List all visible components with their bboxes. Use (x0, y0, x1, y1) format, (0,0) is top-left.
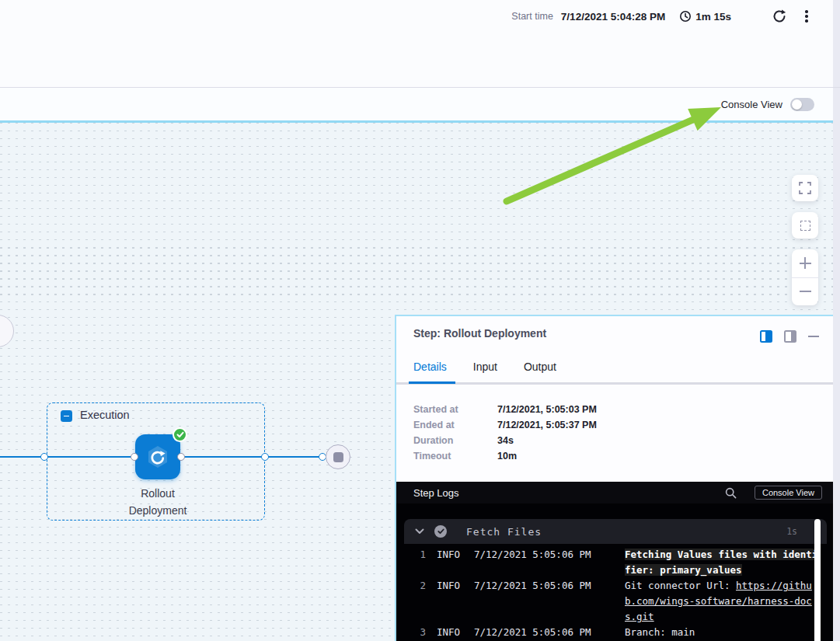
chevron-down-icon[interactable] (415, 528, 424, 535)
log-line: 3 INFO 7/12/2021 5:05:06 PM Branch: main (404, 625, 827, 640)
log-console: Fetch Files 1s 1 INFO 7/12/2021 5:05:06 … (396, 503, 833, 641)
split-view-right-icon[interactable] (784, 330, 796, 343)
fit-to-view-button[interactable] (792, 212, 818, 239)
execution-meta: Start time 7/12/2021 5:04:28 PM 1m 15s (511, 7, 814, 26)
split-view-left-icon[interactable] (760, 330, 772, 343)
canvas-top-border (0, 120, 833, 123)
header-divider (0, 87, 840, 88)
console-view-toggle[interactable] (790, 98, 814, 111)
log-section-fetch-files[interactable]: Fetch Files 1s (404, 519, 827, 544)
node-label: Rollout Deployment (99, 485, 216, 519)
panel-title: Step: Rollout Deployment (413, 327, 546, 340)
connector-group-right[interactable] (261, 453, 269, 461)
stage-end-node[interactable] (326, 444, 350, 469)
step-details-panel: Step: Rollout Deployment Details Input O… (395, 315, 833, 641)
console-view-button[interactable]: Console View (755, 486, 822, 500)
expand-canvas-button[interactable] (792, 175, 818, 201)
log-section-name: Fetch Files (466, 526, 542, 538)
connector-group-left[interactable] (40, 453, 48, 461)
kebab-menu-icon[interactable] (800, 7, 814, 26)
log-line: 2 INFO 7/12/2021 5:05:06 PM Git connecto… (404, 578, 827, 625)
start-time-value: 7/12/2021 5:04:28 PM (561, 11, 665, 23)
zoom-out-button[interactable] (792, 277, 818, 305)
stop-icon (333, 452, 343, 462)
clock-icon (679, 10, 692, 23)
detail-row-started-at: Started at 7/12/2021, 5:05:03 PM (413, 402, 597, 417)
search-icon[interactable] (724, 486, 737, 500)
page-scrollbar-gutter[interactable] (833, 0, 840, 641)
fit-view-icon (800, 221, 810, 231)
top-header-bar: Start time 7/12/2021 5:04:28 PM 1m 15s (0, 0, 840, 87)
success-check-icon (173, 427, 187, 442)
logs-bar-actions: Console View (724, 486, 822, 500)
tab-details[interactable]: Details (413, 361, 447, 373)
execution-group-label: Execution (80, 409, 130, 421)
minimize-icon[interactable] (808, 336, 819, 337)
zoom-controls (792, 249, 818, 305)
panel-tabs: Details Input Output (413, 361, 556, 373)
panel-header-actions (760, 330, 819, 343)
expand-icon (799, 182, 811, 194)
zoom-in-icon (800, 263, 811, 264)
connector-node-right[interactable] (177, 453, 185, 461)
tab-output[interactable]: Output (524, 361, 556, 373)
console-view-label: Console View (721, 99, 782, 110)
step-logs-title: Step Logs (413, 487, 459, 499)
tabs-divider (396, 382, 833, 385)
execution-duration: 1m 15s (695, 11, 731, 23)
console-view-control: Console View (721, 88, 814, 120)
log-line: 1 INFO 7/12/2021 5:05:06 PM Fetching Val… (404, 547, 827, 578)
detail-row-timeout: Timeout 10m (413, 448, 597, 464)
step-details-list: Started at 7/12/2021, 5:05:03 PM Ended a… (413, 402, 597, 464)
detail-row-ended-at: Ended at 7/12/2021, 5:05:37 PM (413, 417, 597, 433)
collapse-group-button[interactable] (61, 410, 72, 422)
check-circle-icon (434, 525, 447, 538)
log-lines: 1 INFO 7/12/2021 5:05:06 PM Fetching Val… (404, 547, 827, 640)
connector-node-left[interactable] (131, 453, 138, 461)
log-section-duration: 1s (786, 526, 797, 537)
rollout-deployment-node[interactable] (135, 434, 180, 479)
step-logs-bar: Step Logs Console View (396, 482, 833, 503)
previous-node-partial (0, 315, 14, 347)
pipeline-execution-page: Start time 7/12/2021 5:04:28 PM 1m 15s C… (0, 0, 840, 641)
rollout-icon (144, 443, 172, 471)
refresh-button[interactable] (770, 7, 789, 26)
log-scrollbar[interactable] (814, 519, 821, 641)
toggle-knob (792, 99, 802, 110)
active-tab-underline (409, 381, 455, 384)
zoom-out-icon (800, 291, 811, 292)
detail-row-duration: Duration 34s (413, 433, 597, 448)
zoom-in-button[interactable] (792, 249, 818, 277)
view-toolbar: Console View (0, 88, 840, 120)
tab-input[interactable]: Input (473, 361, 497, 373)
start-time-label: Start time (511, 11, 553, 22)
